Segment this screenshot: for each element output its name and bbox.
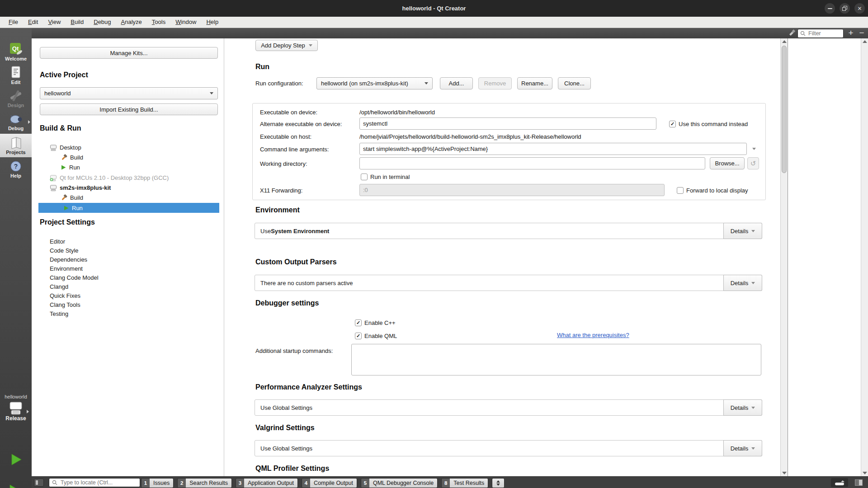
add-run-config-button[interactable]: Add...	[440, 77, 473, 89]
toggle-left-sidebar-button[interactable]	[34, 479, 44, 487]
enable-cpp-checkbox[interactable]	[355, 319, 362, 326]
parsers-summary-panel: There are no custom parsers active Detai…	[255, 275, 762, 291]
settings-item-clang-code-model[interactable]: Clang Code Model	[50, 273, 99, 282]
pane-button-application-output[interactable]: 3 Application Output	[236, 478, 298, 488]
manage-kits-button[interactable]: Manage Kits...	[40, 47, 218, 59]
use-command-instead-option[interactable]: Use this command instead	[669, 119, 748, 128]
settings-item-dependencies[interactable]: Dependencies	[50, 255, 87, 264]
scroll-up-icon[interactable]	[782, 40, 787, 43]
forward-to-local-display-checkbox[interactable]	[677, 187, 684, 194]
run-button[interactable]	[0, 453, 32, 466]
pane-button-compile-output[interactable]: 4 Compile Output	[302, 478, 357, 488]
tree-item-desktop-run[interactable]: Run	[61, 163, 80, 172]
menu-file[interactable]: File	[4, 17, 23, 28]
locator-box[interactable]	[49, 478, 140, 487]
use-command-instead-checkbox[interactable]	[669, 121, 676, 127]
scroll-down-icon[interactable]	[863, 472, 867, 474]
tree-item-mcu-kit[interactable]: Qt for MCUs 2.10 - Desktop 32bpp (GCC)	[50, 173, 169, 183]
mode-help[interactable]: ? Help	[0, 157, 32, 181]
menu-help[interactable]: Help	[201, 17, 223, 28]
custom-output-parsers-heading: Custom Output Parsers	[255, 258, 337, 266]
pane-button-qml-debugger-console[interactable]: 5 QML Debugger Console	[361, 478, 438, 488]
remove-run-config-button: Remove	[478, 77, 512, 89]
tree-item-kit-run-selected[interactable]: Run	[38, 203, 219, 213]
pane-button-test-results[interactable]: 8 Test Results	[441, 478, 488, 488]
run-configuration-combobox[interactable]: helloworld (on sm2s-imx8plus-kit)	[316, 77, 433, 89]
variables-chevron-icon[interactable]	[752, 148, 756, 150]
import-existing-build-button[interactable]: Import Existing Build...	[40, 103, 218, 115]
menu-build[interactable]: Build	[66, 17, 89, 28]
tree-item-sm2s-kit[interactable]: sm2s-imx8plus-kit	[50, 183, 111, 192]
scroll-up-icon[interactable]	[863, 40, 867, 43]
additional-startup-commands-textarea[interactable]	[351, 344, 761, 375]
hammer-icon	[61, 154, 67, 161]
maximize-icon	[842, 6, 847, 11]
tree-item-desktop[interactable]: Desktop	[50, 143, 81, 152]
maximize-button[interactable]	[840, 3, 850, 14]
zoom-in-button[interactable]: +	[846, 28, 855, 38]
menu-view[interactable]: View	[43, 17, 66, 28]
minimize-button[interactable]	[825, 3, 835, 14]
tree-item-kit-build[interactable]: Build	[61, 193, 83, 202]
main-scrollbar[interactable]	[780, 38, 788, 476]
settings-item-editor[interactable]: Editor	[50, 237, 65, 246]
settings-item-quick-fixes[interactable]: Quick Fixes	[50, 291, 80, 300]
toggle-right-sidebar-button[interactable]	[855, 479, 863, 486]
right-panel-toggle-icon	[859, 480, 862, 485]
more-panes-button[interactable]	[492, 478, 505, 488]
device-kit-icon	[50, 185, 57, 191]
forward-to-local-display-option[interactable]: Forward to local display	[677, 186, 748, 195]
valgrind-details-button[interactable]: Details	[723, 440, 762, 456]
settings-item-code-style[interactable]: Code Style	[50, 246, 79, 255]
prerequisites-link[interactable]: What are the prerequisites?	[557, 332, 629, 338]
run-in-terminal-option[interactable]: Run in terminal	[361, 172, 410, 181]
mode-edit[interactable]: Edit	[0, 63, 32, 87]
settings-item-clangd[interactable]: Clangd	[50, 282, 68, 291]
command-line-arguments-input[interactable]	[359, 143, 747, 155]
menu-analyze[interactable]: Analyze	[116, 17, 147, 28]
enable-cpp-option[interactable]: Enable C++	[355, 318, 396, 327]
performance-details-button[interactable]: Details	[723, 399, 762, 416]
clone-run-config-button[interactable]: Clone...	[558, 77, 591, 89]
kit-selector-button[interactable]: Release	[0, 401, 32, 422]
mode-projects[interactable]: Projects	[0, 134, 32, 157]
close-button[interactable]: ✕	[854, 3, 865, 14]
debug-run-button[interactable]	[0, 483, 32, 488]
locator-input[interactable]	[60, 479, 137, 486]
mode-welcome[interactable]: Qt Welcome	[0, 40, 32, 63]
settings-item-environment[interactable]: Environment	[50, 264, 83, 273]
main-scrollbar-thumb[interactable]	[782, 46, 787, 173]
output-pane-scrollbar[interactable]	[861, 38, 868, 476]
pane-button-issues[interactable]: 1 Issues	[141, 478, 174, 488]
build-progress-button[interactable]	[831, 478, 848, 487]
working-directory-input[interactable]	[359, 157, 705, 169]
add-deploy-step-button[interactable]: Add Deploy Step	[255, 40, 318, 51]
clear-output-icon[interactable]	[788, 29, 796, 36]
tree-item-desktop-build[interactable]: Build	[61, 153, 83, 162]
menu-window[interactable]: Window	[170, 17, 201, 28]
debug-flyout-arrow-icon[interactable]	[28, 120, 30, 124]
menu-tools[interactable]: Tools	[147, 17, 170, 28]
alternate-executable-input[interactable]	[359, 117, 656, 130]
settings-item-testing[interactable]: Testing	[50, 309, 68, 318]
executable-on-host-label: Executable on host:	[260, 132, 311, 141]
right-filter-box[interactable]	[797, 29, 844, 38]
mode-debug[interactable]: Debug	[0, 110, 32, 134]
parsers-details-button[interactable]: Details	[723, 275, 762, 291]
zoom-out-button[interactable]: −	[857, 28, 866, 38]
rename-run-config-button[interactable]: Rename...	[517, 77, 552, 89]
run-in-terminal-checkbox[interactable]	[361, 174, 368, 180]
enable-qml-option[interactable]: Enable QML	[355, 331, 397, 340]
pane-button-search-results[interactable]: 2 Search Results	[177, 478, 232, 488]
enable-qml-checkbox[interactable]	[355, 333, 362, 339]
browse-button[interactable]: Browse...	[710, 157, 745, 169]
scroll-down-icon[interactable]	[782, 472, 787, 474]
right-filter-input[interactable]	[807, 30, 841, 37]
debugger-settings-heading: Debugger settings	[255, 299, 319, 307]
build-config-label: Release	[0, 415, 32, 422]
settings-item-clang-tools[interactable]: Clang Tools	[50, 300, 80, 309]
menu-edit[interactable]: Edit	[23, 17, 43, 28]
environment-details-button[interactable]: Details	[723, 223, 762, 239]
active-project-combobox[interactable]: helloworld	[40, 87, 218, 99]
menu-debug[interactable]: Debug	[89, 17, 116, 28]
